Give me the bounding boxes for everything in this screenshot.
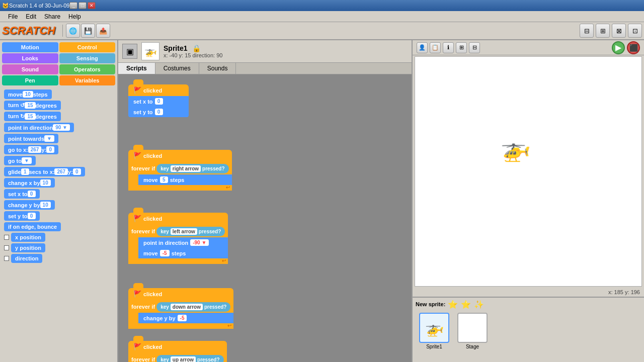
shrink-button[interactable]: 👤 [417,42,428,53]
minimize-button[interactable]: _ [69,2,77,9]
sprite-list: 🚁 Sprite1 Stage [413,311,644,362]
menu-help[interactable]: Help [64,12,85,21]
share-button[interactable]: 📤 [96,24,110,38]
green-flag-icon-4: 🚩 [133,290,141,298]
set-y-block-1[interactable]: set y to 0 [128,107,189,117]
block-bounce[interactable]: if on edge, bounce [4,222,113,231]
mid-panel: ▣ 🚁 Sprite1 🔒 x: -40 y: 15 direction: 90… [118,40,413,362]
block-x-position[interactable]: x position [4,233,113,242]
sprite-thumb-label-stage: Stage [466,344,479,349]
new-sprite-paint-button[interactable]: ⭐ [447,299,458,310]
move-block-3[interactable]: move -5 steps [138,248,228,258]
checkbox-direction[interactable] [4,256,9,261]
block-direction[interactable]: direction [4,254,113,263]
new-sprite-surprise-button[interactable]: ✨ [473,299,485,310]
script-group-2: 🚩 clicked forever if key right arrow pre… [128,145,232,191]
hat-block-3[interactable]: 🚩 clicked [128,213,228,224]
hat-block-4[interactable]: 🚩 clicked [128,288,233,300]
tab-costumes[interactable]: Costumes [155,63,199,74]
left-panel: Motion Control Looks Sensing Sound Opera… [0,40,118,362]
stage-toolbar: 👤 📋 ℹ ⊞ ⊟ ▶ ⬛ [413,40,644,55]
block-move[interactable]: move 10 steps [4,89,113,99]
tab-sounds[interactable]: Sounds [199,63,236,74]
block-goto-xy[interactable]: go to x: 267 y: 0 [4,145,113,154]
scratch-logo: SCRATCH [2,24,55,37]
hat-label-3: clicked [143,216,162,222]
hat-block-2[interactable]: 🚩 clicked [128,150,232,161]
zoom-out-button[interactable]: ⊟ [580,24,594,38]
info-button[interactable]: ℹ [443,42,454,53]
toolbar-right: ⊟ ⊞ ⊠ ⊡ [580,24,642,38]
stage[interactable]: 🚁 [415,56,642,287]
block-glide[interactable]: glide 1 secs to x: 267 y: 0 [4,167,113,176]
panel-toggle[interactable]: ▣ [122,44,137,59]
web-button[interactable]: 🌐 [66,24,80,38]
hat-label-5: clicked [143,344,162,350]
block-set-y[interactable]: set y to 0 [4,211,113,221]
hat-block-1[interactable]: 🚩 clicked [128,84,189,96]
sprite-thumb-sprite1[interactable]: 🚁 Sprite1 [417,313,452,360]
helicopter-sprite: 🚁 [501,135,531,163]
zoom-stage-button[interactable]: ⊟ [469,42,480,53]
settings-button[interactable]: ⊡ [628,24,642,38]
checkbox-x-position[interactable] [4,235,9,240]
sprite-thumb-img-1: 🚁 [419,313,449,343]
scripts-area[interactable]: 🚩 clicked set x to 0 set y to 0 🚩 clic [118,74,412,362]
category-sensing[interactable]: Sensing [59,53,116,63]
fullscreen-button[interactable]: ⊠ [612,24,626,38]
green-flag-icon-1: 🚩 [133,86,141,94]
fullscreen-stage-button[interactable]: ⊞ [456,42,467,53]
grow-button[interactable]: 📋 [430,42,441,53]
block-change-x[interactable]: change x by 10 [4,178,113,188]
move-block-2[interactable]: move 5 steps [138,174,232,185]
block-change-y[interactable]: change y by 10 [4,200,113,210]
checkbox-y-position[interactable] [4,245,9,250]
new-sprite-file-button[interactable]: ⭐ [460,299,471,310]
sensing-forever-if-5[interactable]: key up arrow pressed? [156,355,223,362]
set-x-block-1[interactable]: set x to 0 [128,96,189,107]
save-button[interactable]: 💾 [81,24,95,38]
sprite-thumb-stage[interactable]: Stage [455,313,490,360]
close-button[interactable]: ✕ [88,2,96,9]
script-group-3: 🚩 clicked forever if key left arrow pres… [128,208,228,264]
sprite-coords: x: -40 y: 15 direction: 90 [164,52,222,58]
category-variables[interactable]: Variables [59,75,116,85]
block-set-x[interactable]: set x to 0 [4,189,113,199]
titlebar-buttons[interactable]: _ □ ✕ [69,2,96,9]
block-turn-left[interactable]: turn ↺ 15 degrees [4,101,113,110]
block-point-direction[interactable]: point in direction 90 ▼ [4,123,113,132]
category-sound[interactable]: Sound [2,64,58,74]
tab-scripts[interactable]: Scripts [118,63,155,74]
stop-button[interactable]: ⬛ [627,41,640,54]
block-categories: Motion Control Looks Sensing Sound Opera… [0,40,117,87]
category-pen[interactable]: Pen [2,75,58,85]
green-flag-icon-2: 🚩 [133,152,141,159]
hat-block-5[interactable]: 🚩 clicked [128,341,227,352]
hat-label-4: clicked [143,291,162,297]
stage-coord-text: x: 185 y: 196 [608,289,640,295]
block-goto[interactable]: go to ▼ [4,156,113,165]
script-group-5: 🚩 clicked forever if key up arrow presse… [128,336,227,362]
sensing-forever-if-4[interactable]: key down arrow pressed? [156,302,230,312]
menu-file[interactable]: File [4,12,22,21]
point-direction-block-3[interactable]: point in direction -90 ▼ [138,237,228,248]
sprite-thumb-img-stage [457,313,488,343]
category-control[interactable]: Control [59,42,116,52]
zoom-in-button[interactable]: ⊞ [596,24,610,38]
go-button[interactable]: ▶ [612,41,625,54]
new-sprite-label: New sprite: [416,301,445,307]
category-motion[interactable]: Motion [2,42,58,52]
block-y-position[interactable]: y position [4,243,113,252]
menu-edit[interactable]: Edit [22,12,40,21]
sensing-forever-if-2[interactable]: key right arrow pressed? [156,164,228,173]
green-flag-icon-3: 🚩 [133,215,141,222]
block-turn-right[interactable]: turn ↻ 15 degrees [4,112,113,121]
maximize-button[interactable]: □ [78,2,87,9]
sensing-forever-if-3[interactable]: key left arrow pressed? [156,227,225,236]
category-looks[interactable]: Looks [2,53,58,63]
category-operators[interactable]: Operators [59,64,116,74]
menu-share[interactable]: Share [40,12,64,21]
script-group-4: 🚩 clicked forever if key down arrow pres… [128,283,233,329]
change-y-block-4[interactable]: change y by -5 [138,313,233,323]
block-point-towards[interactable]: point towards ▼ [4,134,113,143]
